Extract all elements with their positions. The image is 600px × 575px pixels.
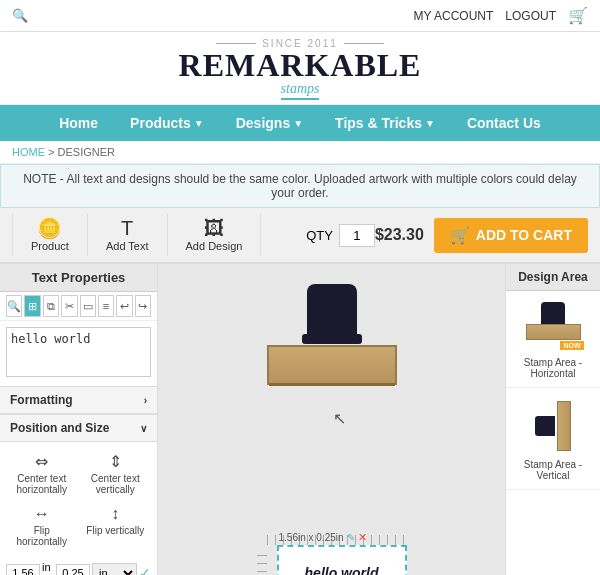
left-panel: Text Properties 🔍 ⊞ ⧉ ✂ ▭ ≡ ↩ ↪ hello wo… [0, 264, 158, 575]
text-icon: T [121, 218, 133, 238]
flip-h-label: Fliphorizontally [16, 525, 67, 547]
product-icon: 🪙 [37, 218, 62, 238]
formatting-section[interactable]: Formatting › [0, 386, 157, 414]
logo-sub: stamps [281, 81, 320, 100]
note-text: NOTE - All text and designs should be th… [23, 172, 577, 200]
design-preview-wrap: 1.56in x 0.25in ✎ ✕ hello world ✕ [257, 535, 407, 575]
add-text-tool-btn[interactable]: T Add Text [88, 214, 168, 256]
tips-arrow-icon: ▼ [425, 118, 435, 129]
thumb-body-h [526, 324, 581, 340]
right-panel-title: Design Area [506, 264, 600, 291]
product-tool-btn[interactable]: 🪙 Product [12, 214, 88, 256]
nav-tips[interactable]: Tips & Tricks ▼ [319, 105, 451, 141]
add-text-label: Add Text [106, 240, 149, 252]
duplicate-btn[interactable]: ⧉ [43, 295, 59, 317]
formatting-label: Formatting [10, 393, 73, 407]
right-panel: Design Area NOW Stamp Area -Horizontal S… [505, 264, 600, 575]
products-arrow-icon: ▼ [194, 118, 204, 129]
align-grid: ⇔ Center texthorizontally ⇕ Center textv… [0, 442, 157, 557]
nav-contact[interactable]: Contact Us [451, 105, 557, 141]
nav-products[interactable]: Products ▼ [114, 105, 220, 141]
redo-btn[interactable]: ↪ [135, 295, 151, 317]
frame-btn[interactable]: ▭ [80, 295, 96, 317]
thumb-v-body [557, 401, 571, 451]
undo-btn[interactable]: ↩ [116, 295, 132, 317]
logo-main: REMARKABLE [0, 49, 600, 81]
stamp-handle [307, 284, 357, 339]
main-nav: Home Products ▼ Designs ▼ Tips & Tricks … [0, 105, 600, 141]
flip-h-icon: ↔ [34, 505, 50, 523]
nav-designs[interactable]: Designs ▼ [220, 105, 319, 141]
stamp-h-label: Stamp Area -Horizontal [524, 357, 582, 379]
search-area[interactable]: 🔍 [12, 8, 28, 23]
height-input[interactable] [56, 564, 90, 575]
stamp-body [267, 345, 397, 385]
nav-home[interactable]: Home [43, 105, 114, 141]
position-size-section[interactable]: Position and Size ∨ [0, 414, 157, 442]
stamp-thumb-vertical [521, 396, 586, 456]
cart-btn-icon: 🛒 [450, 226, 470, 245]
breadcrumb-separator: > [48, 146, 57, 158]
center-h-label: Center texthorizontally [16, 473, 67, 495]
size-row: in x in mm ✓ [0, 557, 157, 575]
edit-size-icon[interactable]: ✎ [347, 532, 355, 543]
center-v-icon: ⇕ [109, 452, 122, 471]
product-label: Product [31, 240, 69, 252]
center-v-btn[interactable]: ⇕ Center textvertically [80, 448, 152, 499]
text-input[interactable]: hello world [6, 327, 151, 377]
cart-icon[interactable]: 🛒 [568, 6, 588, 25]
thumb-handle-h [541, 302, 565, 324]
width-input[interactable] [6, 564, 40, 575]
breadcrumb-home[interactable]: HOME [12, 146, 45, 158]
add-to-cart-label: ADD TO CART [476, 227, 572, 243]
note-bar: NOTE - All text and designs should be th… [0, 164, 600, 208]
logo-area: SINCE 2011 REMARKABLE stamps [0, 32, 600, 105]
cut-btn[interactable]: ✂ [61, 295, 77, 317]
zoom-in-btn[interactable]: 🔍 [6, 295, 22, 317]
stamp-thumb-horizontal: NOW [521, 299, 586, 354]
ruler-vertical [257, 555, 267, 575]
flip-v-btn[interactable]: ↕ Flip vertically [80, 501, 152, 551]
price-display: $23.30 [375, 226, 424, 244]
add-to-cart-button[interactable]: 🛒 ADD TO CART [434, 218, 588, 253]
position-size-label: Position and Size [10, 421, 109, 435]
center-h-btn[interactable]: ⇔ Center texthorizontally [6, 448, 78, 499]
design-icon: 🖼 [204, 218, 224, 238]
stamp-v-shape [535, 401, 571, 451]
design-preview-box[interactable]: 1.56in x 0.25in ✎ ✕ hello world ✕ [277, 545, 407, 575]
grid-btn[interactable]: ⊞ [24, 295, 40, 317]
size-unit-x: in x [42, 561, 54, 575]
flip-h-btn[interactable]: ↔ Fliphorizontally [6, 501, 78, 551]
qty-area: QTY [306, 224, 375, 247]
thumb-badge: NOW [560, 341, 583, 350]
panel-toolbar: 🔍 ⊞ ⧉ ✂ ▭ ≡ ↩ ↪ [0, 292, 157, 321]
cursor-arrow: ↖ [333, 409, 346, 428]
qty-label: QTY [306, 228, 333, 243]
breadcrumb: HOME > DESIGNER [0, 141, 600, 164]
add-design-tool-btn[interactable]: 🖼 Add Design [168, 214, 262, 256]
top-bar: 🔍 MY ACCOUNT LOGOUT 🛒 [0, 0, 600, 32]
stamp-option-horizontal[interactable]: NOW Stamp Area -Horizontal [506, 291, 600, 388]
designs-arrow-icon: ▼ [293, 118, 303, 129]
unit-select[interactable]: in mm [92, 563, 137, 575]
left-panel-title: Text Properties [0, 264, 157, 292]
design-preview-text: hello world [305, 565, 379, 576]
toolbar: 🪙 Product T Add Text 🖼 Add Design QTY $2… [0, 208, 600, 264]
position-arrow-icon: ∨ [140, 423, 147, 434]
add-design-label: Add Design [186, 240, 243, 252]
layers-btn[interactable]: ≡ [98, 295, 114, 317]
logout-link[interactable]: LOGOUT [505, 9, 556, 23]
stamp-option-vertical[interactable]: Stamp Area -Vertical [506, 388, 600, 490]
qty-input[interactable] [339, 224, 375, 247]
text-area-wrap: hello world [0, 321, 157, 386]
stamp-base [269, 383, 395, 386]
stamp-thumb-h: NOW [523, 302, 583, 352]
main-content: Text Properties 🔍 ⊞ ⧉ ✂ ▭ ≡ ↩ ↪ hello wo… [0, 264, 600, 575]
search-icon[interactable]: 🔍 [12, 8, 28, 23]
center-h-icon: ⇔ [35, 452, 48, 471]
my-account-link[interactable]: MY ACCOUNT [414, 9, 494, 23]
size-confirm-btn[interactable]: ✓ [139, 565, 151, 575]
center-v-label: Center textvertically [91, 473, 140, 495]
flip-v-label: Flip vertically [86, 525, 144, 536]
close-preview-icon[interactable]: ✕ [358, 531, 367, 544]
